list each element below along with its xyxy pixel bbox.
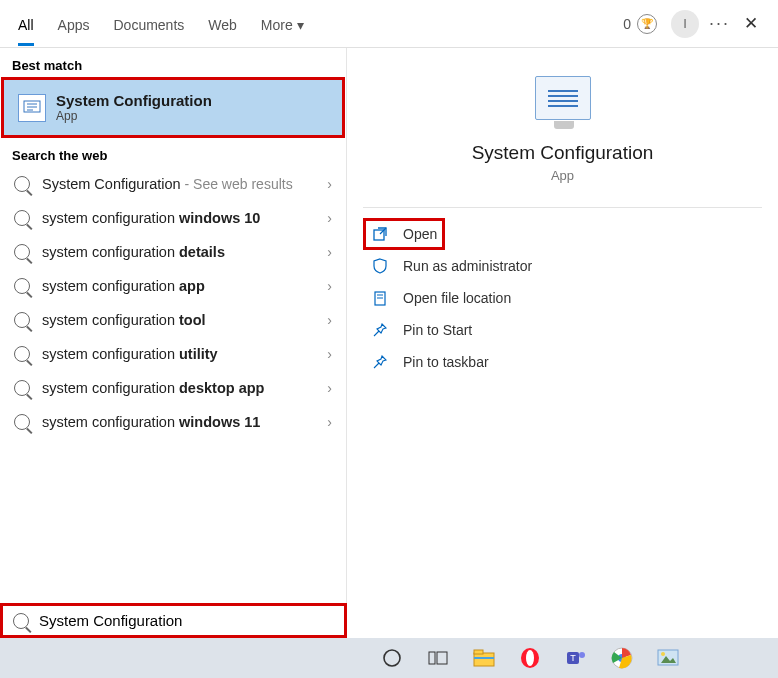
close-button[interactable]: ✕ — [744, 13, 758, 34]
tab-apps[interactable]: Apps — [46, 3, 102, 45]
action-pin-taskbar[interactable]: Pin to taskbar — [363, 346, 762, 378]
app-large-icon — [535, 76, 591, 120]
best-match-title: System Configuration — [56, 92, 212, 109]
svg-rect-11 — [474, 653, 494, 666]
chevron-right-icon: › — [327, 278, 332, 294]
chevron-right-icon: › — [327, 176, 332, 192]
search-icon — [14, 380, 30, 396]
svg-point-23 — [661, 652, 665, 656]
web-result[interactable]: system configuration utility› — [0, 337, 346, 371]
pictures-icon[interactable] — [656, 646, 680, 670]
tab-more[interactable]: More ▾ — [249, 3, 316, 45]
action-pin-start-label: Pin to Start — [403, 322, 472, 338]
shield-icon — [371, 258, 389, 274]
open-icon — [371, 226, 389, 242]
svg-point-15 — [526, 650, 534, 666]
svg-rect-9 — [429, 652, 435, 664]
search-icon — [14, 244, 30, 260]
web-result-text: system configuration tool — [42, 312, 315, 328]
tab-web[interactable]: Web — [196, 3, 249, 45]
tab-documents[interactable]: Documents — [101, 3, 196, 45]
user-avatar[interactable]: I — [671, 10, 699, 38]
web-result[interactable]: System Configuration - See web results› — [0, 167, 346, 201]
chevron-right-icon: › — [327, 312, 332, 328]
chevron-right-icon: › — [327, 346, 332, 362]
options-button[interactable]: ··· — [709, 13, 730, 34]
web-result[interactable]: system configuration app› — [0, 269, 346, 303]
msconfig-icon — [18, 94, 46, 122]
chevron-right-icon: › — [327, 210, 332, 226]
svg-rect-13 — [474, 657, 494, 659]
svg-rect-12 — [474, 650, 483, 654]
tab-all[interactable]: All — [6, 3, 46, 45]
action-open-location[interactable]: Open file location — [363, 282, 762, 314]
section-search-web: Search the web — [0, 138, 346, 167]
web-result-text: System Configuration - See web results — [42, 176, 315, 192]
web-result[interactable]: system configuration tool› — [0, 303, 346, 337]
web-result[interactable]: system configuration desktop app› — [0, 371, 346, 405]
svg-rect-10 — [437, 652, 447, 664]
best-match-result[interactable]: System Configuration App — [1, 77, 345, 138]
file-explorer-icon[interactable] — [472, 646, 496, 670]
svg-point-18 — [579, 652, 585, 658]
detail-title: System Configuration — [472, 142, 654, 164]
search-icon — [14, 176, 30, 192]
action-open[interactable]: Open — [363, 218, 445, 250]
action-pin-taskbar-label: Pin to taskbar — [403, 354, 489, 370]
search-icon — [14, 414, 30, 430]
action-run-admin[interactable]: Run as administrator — [363, 250, 762, 282]
best-match-subtitle: App — [56, 109, 212, 123]
search-icon — [13, 613, 29, 629]
teams-icon[interactable]: T — [564, 646, 588, 670]
search-tabs: All Apps Documents Web More ▾ 0 🏆 I ··· … — [0, 0, 778, 48]
svg-text:T: T — [570, 653, 576, 663]
action-open-location-label: Open file location — [403, 290, 511, 306]
search-icon — [14, 312, 30, 328]
detail-pane: System Configuration App Open Run as adm… — [347, 48, 778, 638]
rewards-indicator[interactable]: 0 🏆 — [623, 14, 657, 34]
results-pane: Best match System Configuration App Sear… — [0, 0, 347, 638]
section-best-match: Best match — [0, 48, 346, 77]
search-icon — [14, 210, 30, 226]
chevron-right-icon: › — [327, 380, 332, 396]
search-icon — [14, 278, 30, 294]
web-result-text: system configuration desktop app — [42, 380, 315, 396]
web-result[interactable]: system configuration details› — [0, 235, 346, 269]
search-icon — [14, 346, 30, 362]
opera-icon[interactable] — [518, 646, 542, 670]
svg-point-8 — [384, 650, 400, 666]
web-result-text: system configuration details — [42, 244, 315, 260]
web-result-text: system configuration windows 10 — [42, 210, 315, 226]
action-run-admin-label: Run as administrator — [403, 258, 532, 274]
web-result-text: system configuration app — [42, 278, 315, 294]
reward-points: 0 — [623, 16, 631, 32]
web-result-text: system configuration windows 11 — [42, 414, 315, 430]
action-open-label: Open — [403, 226, 437, 242]
search-input[interactable] — [39, 612, 334, 629]
web-result[interactable]: system configuration windows 10› — [0, 201, 346, 235]
chevron-down-icon: ▾ — [297, 17, 304, 33]
detail-subtitle: App — [551, 168, 574, 183]
search-box[interactable] — [0, 603, 347, 638]
action-pin-start[interactable]: Pin to Start — [363, 314, 762, 346]
task-view-icon[interactable] — [426, 646, 450, 670]
taskbar: T — [0, 638, 778, 678]
chevron-right-icon: › — [327, 244, 332, 260]
cortana-icon[interactable] — [380, 646, 404, 670]
web-result-text: system configuration utility — [42, 346, 315, 362]
pin-icon — [371, 322, 389, 338]
chrome-icon[interactable] — [610, 646, 634, 670]
trophy-icon: 🏆 — [637, 14, 657, 34]
pin-icon — [371, 354, 389, 370]
folder-icon — [371, 290, 389, 306]
web-result[interactable]: system configuration windows 11› — [0, 405, 346, 439]
chevron-right-icon: › — [327, 414, 332, 430]
